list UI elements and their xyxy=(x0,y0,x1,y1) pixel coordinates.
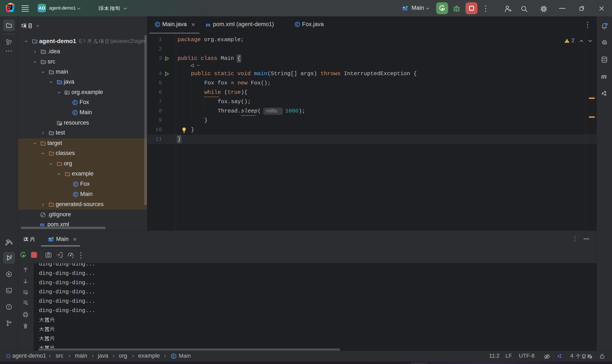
svg-text:C: C xyxy=(74,111,76,115)
svg-text:C: C xyxy=(296,23,298,26)
svg-text:IJ: IJ xyxy=(8,5,11,8)
svg-text:C: C xyxy=(172,354,175,358)
svg-text:C: C xyxy=(74,193,77,196)
svg-text:C: C xyxy=(74,182,77,186)
svg-text:C: C xyxy=(156,23,159,26)
svg-text:C: C xyxy=(74,101,76,104)
